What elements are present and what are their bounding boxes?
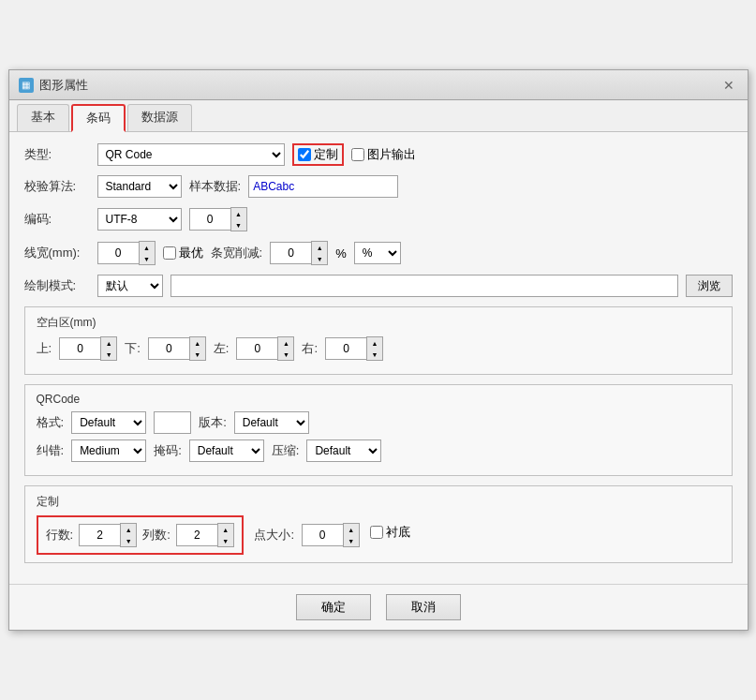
barwidth-input[interactable]	[270, 242, 311, 264]
left-spin-up[interactable]: ▲	[278, 337, 293, 349]
draw-mode-input[interactable]	[170, 275, 678, 297]
bottom-spin-up[interactable]: ▲	[190, 337, 205, 349]
optimal-label: 最优	[179, 245, 203, 261]
dialog: ▦ 图形属性 ✕ 基本 条码 数据源 类型: QR Code 定制 图片输出	[8, 69, 749, 631]
padding-checkbox[interactable]	[370, 526, 383, 539]
format-extra-input[interactable]	[154, 411, 191, 434]
qrcode-section: QRCode 格式: Default 版本: Default 纠错: Mediu…	[24, 384, 733, 476]
verify-select[interactable]: Standard	[97, 175, 182, 198]
rows-spin-buttons: ▲ ▼	[120, 523, 137, 547]
right-input[interactable]	[325, 337, 366, 360]
rows-spin-up[interactable]: ▲	[121, 524, 136, 535]
custom-section-title: 定制	[37, 494, 720, 510]
bottom-spin-buttons: ▲ ▼	[189, 336, 206, 361]
tabs-container: 基本 条码 数据源	[9, 100, 748, 132]
encoding-spin: ▲ ▼	[189, 207, 247, 231]
optimal-checkbox[interactable]	[163, 246, 176, 260]
rows-spin-down[interactable]: ▼	[121, 535, 136, 546]
mask-label: 掩码:	[154, 442, 182, 459]
tab-basic[interactable]: 基本	[17, 104, 69, 131]
format-select[interactable]: Default	[71, 411, 146, 434]
qrcode-row1: 格式: Default 版本: Default	[37, 411, 720, 434]
right-spin: ▲ ▼	[325, 336, 383, 361]
padding-label: 衬底	[386, 524, 410, 541]
format-label: 格式:	[37, 414, 65, 431]
left-spin-down[interactable]: ▼	[278, 349, 293, 360]
custom-section: 定制 行数: ▲ ▼ 列数: ▲ ▼	[24, 485, 733, 563]
tab-barcode[interactable]: 条码	[71, 104, 126, 132]
type-select[interactable]: QR Code	[97, 143, 285, 166]
browse-button[interactable]: 浏览	[686, 275, 733, 297]
linewidth-label: 线宽(mm):	[24, 245, 90, 261]
error-select[interactable]: Medium	[71, 439, 146, 462]
version-select[interactable]: Default	[234, 411, 309, 434]
cols-spin: ▲ ▼	[176, 523, 234, 547]
bottom-input[interactable]	[148, 337, 189, 360]
custom-inner-box: 行数: ▲ ▼ 列数: ▲ ▼	[37, 515, 244, 555]
encoding-spin-buttons: ▲ ▼	[230, 207, 247, 231]
whitespace-row: 上: ▲ ▼ 下: ▲ ▼ 左:	[37, 336, 720, 361]
encoding-num-input[interactable]	[189, 208, 230, 231]
left-input[interactable]	[236, 337, 277, 360]
qrcode-title: QRCode	[37, 393, 720, 406]
linewidth-spin-buttons: ▲ ▼	[139, 241, 156, 265]
top-input[interactable]	[59, 337, 100, 360]
rows-spin: ▲ ▼	[79, 523, 137, 547]
verify-row: 校验算法: Standard 样本数据:	[24, 175, 733, 198]
cols-label: 列数:	[142, 527, 170, 544]
confirm-button[interactable]: 确定	[296, 594, 371, 620]
linewidth-spin: ▲ ▼	[97, 241, 156, 265]
cancel-button[interactable]: 取消	[386, 594, 461, 620]
cols-input[interactable]	[176, 524, 217, 546]
encoding-spin-up[interactable]: ▲	[231, 208, 246, 219]
image-output-wrapper: 图片输出	[351, 146, 416, 163]
image-output-checkbox[interactable]	[351, 148, 364, 161]
top-spin-up[interactable]: ▲	[101, 337, 116, 349]
cols-spin-up[interactable]: ▲	[218, 524, 233, 535]
tab-datasource[interactable]: 数据源	[127, 104, 192, 131]
linewidth-spin-up[interactable]: ▲	[140, 242, 155, 253]
bottom-spin-down[interactable]: ▼	[190, 349, 205, 360]
version-label: 版本:	[199, 414, 227, 431]
verify-label: 校验算法:	[24, 178, 90, 195]
image-output-label: 图片输出	[367, 146, 416, 163]
dotsize-spin-down[interactable]: ▼	[344, 535, 359, 546]
dotsize-input[interactable]	[302, 524, 343, 546]
encoding-spin-down[interactable]: ▼	[231, 219, 246, 231]
title-bar: ▦ 图形属性 ✕	[9, 70, 748, 100]
custom-checkbox-wrapper: 定制	[292, 143, 344, 166]
compress-label: 压缩:	[272, 442, 300, 459]
linewidth-input[interactable]	[97, 242, 139, 264]
barwidth-label: 条宽削减:	[211, 245, 263, 261]
right-spin-down[interactable]: ▼	[367, 349, 382, 360]
drawmode-select[interactable]: 默认	[97, 275, 163, 297]
barwidth-spin-up[interactable]: ▲	[312, 242, 327, 253]
sample-input[interactable]	[248, 175, 398, 198]
mask-select[interactable]: Default	[189, 439, 264, 462]
title-bar-left: ▦ 图形属性	[19, 77, 88, 94]
dotsize-spin-up[interactable]: ▲	[344, 524, 359, 535]
encoding-row: 编码: UTF-8 ▲ ▼	[24, 207, 733, 231]
dialog-title: 图形属性	[39, 77, 88, 94]
cols-spin-down[interactable]: ▼	[218, 535, 233, 546]
percent-select[interactable]: %	[354, 242, 401, 264]
close-button[interactable]: ✕	[719, 76, 738, 95]
left-spin-buttons: ▲ ▼	[277, 336, 294, 361]
custom-checkbox[interactable]	[298, 148, 311, 161]
bottom-spin: ▲ ▼	[148, 336, 206, 361]
type-label: 类型:	[24, 146, 90, 163]
top-spin: ▲ ▼	[59, 336, 117, 361]
whitespace-title: 空白区(mm)	[37, 315, 720, 331]
barwidth-spin-down[interactable]: ▼	[312, 253, 327, 264]
dotsize-spin: ▲ ▼	[302, 523, 360, 547]
linewidth-spin-down[interactable]: ▼	[140, 253, 155, 264]
rows-input[interactable]	[79, 524, 120, 546]
dotsize-label: 点大小:	[254, 528, 294, 542]
compress-select[interactable]: Default	[306, 439, 381, 462]
encoding-label: 编码:	[24, 211, 90, 228]
encoding-select[interactable]: UTF-8	[97, 208, 182, 231]
top-spin-down[interactable]: ▼	[101, 349, 116, 360]
top-label: 上:	[37, 340, 52, 357]
sample-label: 样本数据:	[189, 178, 242, 195]
right-spin-up[interactable]: ▲	[367, 337, 382, 349]
